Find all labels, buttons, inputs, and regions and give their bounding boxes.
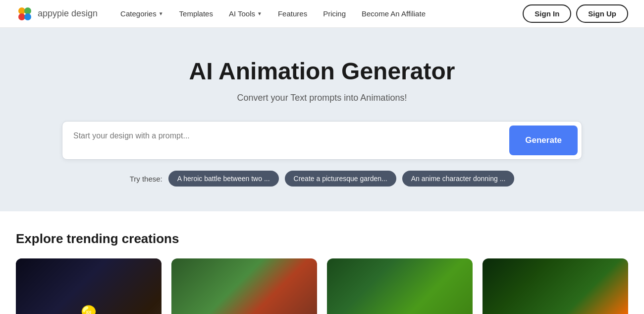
nav-ai-tools[interactable]: AI Tools ▼ (222, 5, 269, 22)
prompt-container: Generate (62, 121, 582, 160)
sign-up-button[interactable]: Sign Up (576, 4, 628, 23)
sign-in-button[interactable]: Sign In (523, 4, 571, 23)
card-image-1 (171, 258, 317, 314)
trending-card-3[interactable] (483, 258, 628, 314)
try-these-row: Try these: A heroic battle between two .… (130, 171, 515, 187)
nav-categories[interactable]: Categories ▼ (113, 5, 170, 22)
svg-point-3 (24, 13, 31, 20)
hero-subtitle: Convert your Text prompts into Animation… (237, 93, 407, 103)
try-these-label: Try these: (130, 175, 162, 183)
categories-chevron-icon: ▼ (159, 11, 163, 16)
trending-card-1[interactable] (171, 258, 317, 314)
svg-point-1 (24, 7, 31, 14)
trending-card-2[interactable] (327, 258, 473, 314)
trending-title: Explore trending creations (16, 231, 628, 247)
appypie-logo-icon (16, 5, 34, 23)
trending-section: Explore trending creations (0, 211, 644, 314)
logo-text: appypie design (38, 8, 98, 19)
try-chip-0[interactable]: A heroic battle between two ... (168, 171, 279, 187)
trending-grid (16, 258, 628, 314)
trending-card-0[interactable] (16, 258, 161, 314)
prompt-input[interactable] (65, 125, 508, 156)
generate-button[interactable]: Generate (509, 126, 578, 155)
nav-features[interactable]: Features (271, 5, 314, 22)
ai-tools-chevron-icon: ▼ (257, 11, 262, 16)
card-image-0 (16, 258, 161, 314)
card-image-2 (327, 258, 473, 314)
hero-title: AI Animation Generator (189, 58, 455, 85)
nav-affiliate[interactable]: Become An Affiliate (355, 5, 432, 22)
nav-pricing[interactable]: Pricing (316, 5, 353, 22)
logo[interactable]: appypie design (16, 5, 98, 23)
svg-point-0 (18, 7, 25, 14)
svg-point-2 (18, 13, 25, 20)
nav-links: Categories ▼ Templates AI Tools ▼ Featur… (113, 5, 519, 22)
hero-section: AI Animation Generator Convert your Text… (0, 28, 644, 211)
navbar: appypie design Categories ▼ Templates AI… (0, 0, 644, 28)
try-chip-2[interactable]: An anime character donning ... (402, 171, 515, 187)
nav-templates[interactable]: Templates (172, 5, 220, 22)
try-chip-1[interactable]: Create a picturesque garden... (285, 171, 396, 187)
card-image-3 (483, 258, 628, 314)
nav-actions: Sign In Sign Up (523, 4, 628, 23)
